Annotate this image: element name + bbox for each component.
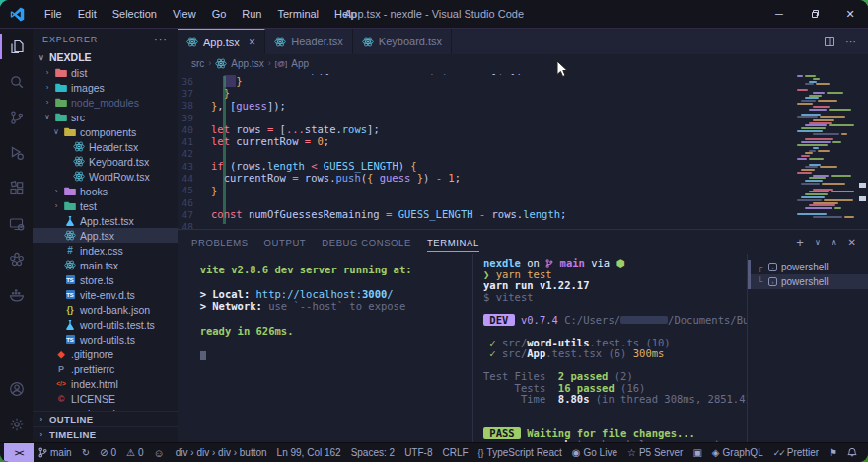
panel-tab-problems[interactable]: PROBLEMS	[191, 232, 249, 252]
activity-extensions-icon[interactable]	[0, 171, 33, 206]
file-tree-item-hooks[interactable]: ›hooks	[33, 184, 178, 198]
close-tab-icon[interactable]: ✕	[249, 38, 256, 47]
file-label: components	[80, 126, 136, 138]
remote-indicator[interactable]: ><	[4, 443, 34, 462]
status-prettier[interactable]: ✓✓Prettier	[768, 447, 824, 458]
file-tree-item-word-bank-json[interactable]: {}word-bank.json	[33, 302, 178, 317]
breadcrumb-item-app-tsx[interactable]: App.tsx	[231, 58, 263, 69]
activity-live-server-icon[interactable]	[0, 206, 33, 242]
file-label: node_modules	[71, 97, 139, 109]
file-tree-item-app-tsx[interactable]: App.tsx	[33, 228, 178, 243]
tab-app-tsx[interactable]: App.tsx✕	[178, 29, 265, 54]
activity-settings-icon[interactable]	[0, 407, 33, 442]
status-indentation[interactable]: Spaces: 2	[346, 447, 399, 458]
file-tree-item-node-modules[interactable]: ›node_modules	[33, 95, 178, 110]
file-tree-item-word-utils-ts[interactable]: TSword-utils.ts	[33, 332, 178, 346]
minimap[interactable]	[797, 75, 854, 223]
code-editor[interactable]: rows.push({ guess: guess, state: result …	[178, 72, 868, 229]
activity-testing-icon[interactable]	[0, 242, 33, 277]
status-feedback-smiley[interactable]: ☺	[149, 447, 170, 459]
breadcrumb-item-src[interactable]: src	[191, 58, 204, 69]
status-notifications[interactable]	[842, 447, 862, 458]
status-encoding[interactable]: UTF-8	[399, 447, 437, 458]
file-tree-item-src[interactable]: ∨src	[33, 110, 178, 124]
file-tree-item-word-utils-test-ts[interactable]: word-utils.test.ts	[33, 317, 178, 332]
activity-docker-icon[interactable]	[0, 277, 33, 313]
editor-more-actions-icon[interactable]: ···	[845, 36, 856, 47]
status-language-mode[interactable]: {}TypeScript React	[473, 447, 567, 458]
react-icon	[215, 58, 227, 69]
panel-tab-output[interactable]: OUTPUT	[264, 232, 307, 252]
file-tree-item-test[interactable]: ›test	[33, 198, 178, 213]
minimize-button[interactable]: ─	[761, 0, 797, 28]
activity-source-control-icon[interactable]	[0, 100, 33, 135]
status-go-live[interactable]: ◉Go Live	[567, 447, 622, 458]
terminal-vitest[interactable]: nexdle on main via ⬢❯ yarn testyarn run …	[473, 254, 748, 442]
terminal-list-item-1[interactable]: ┌›powershell	[748, 260, 868, 274]
tab-keyboard-tsx[interactable]: Keyboard.tsx	[353, 29, 452, 54]
activity-run-and-debug-icon[interactable]	[0, 135, 33, 171]
file-tree-item-index-css[interactable]: #index.css	[33, 243, 178, 258]
menu-selection[interactable]: Selection	[105, 5, 165, 23]
status-survey-flag[interactable]: ⚑	[824, 447, 842, 458]
activity-search-icon[interactable]	[0, 64, 33, 100]
restore-button[interactable]	[797, 0, 832, 28]
activity-explorer-icon[interactable]	[0, 29, 33, 64]
flask-icon	[64, 215, 76, 226]
menu-view[interactable]: View	[165, 5, 204, 23]
status-sync[interactable]: ↻	[77, 447, 95, 458]
file-tree-item-index-html[interactable]: </>index.html	[33, 376, 178, 391]
file-tree-item-vite-env-d-ts[interactable]: TSvite-env.d.ts	[33, 287, 178, 302]
editor-scrollbar[interactable]	[858, 72, 866, 229]
file-tree-item--gitignore[interactable]: ◆.gitignore	[33, 346, 178, 361]
panel-tab-terminal[interactable]: TERMINAL	[427, 232, 479, 252]
status-git-branch[interactable]: main	[34, 447, 77, 458]
code-line-39: 39	[178, 112, 868, 123]
folder-icon	[55, 97, 67, 108]
new-terminal-icon[interactable]: +	[796, 235, 804, 250]
menu-run[interactable]: Run	[234, 5, 269, 23]
explorer-root-folder[interactable]: ∨ NEXDLE	[33, 49, 178, 65]
sidebar-section-timeline[interactable]: ›TIMELINE	[33, 426, 178, 442]
status-graphql[interactable]: ◈GraphQL	[707, 447, 768, 458]
menu-go[interactable]: Go	[204, 5, 235, 23]
file-label: main.tsx	[80, 260, 118, 271]
file-tree-item-images[interactable]: ›images	[33, 80, 178, 95]
status-warnings[interactable]: ⚠0	[121, 447, 149, 458]
status-errors[interactable]: ⊘0	[95, 447, 121, 458]
split-editor-icon[interactable]	[824, 36, 835, 47]
status-cursor-position[interactable]: Ln 99, Col 162	[272, 447, 346, 458]
file-tree-item--prettierrc[interactable]: P.prettierrc	[33, 361, 178, 376]
terminal-line	[187, 313, 472, 325]
status-p5-server[interactable]: ☆P5 Server	[622, 447, 687, 458]
terminal-list-item-2[interactable]: └›powershell	[748, 274, 868, 289]
explorer-more-actions-icon[interactable]: ···	[154, 34, 168, 45]
menu-terminal[interactable]: Terminal	[270, 5, 327, 23]
close-button[interactable]: ✕	[832, 0, 868, 28]
status-eol[interactable]: CRLF	[437, 447, 472, 458]
activity-accounts-icon[interactable]	[0, 371, 33, 407]
breadcrumb-item-app[interactable]: App	[291, 58, 309, 69]
panel-tab-debug-console[interactable]: DEBUG CONSOLE	[322, 232, 411, 252]
status-browser-preview[interactable]: ▣	[687, 447, 706, 458]
close-panel-icon[interactable]: ✕	[848, 237, 856, 248]
file-tree-item-store-ts[interactable]: TSstore.ts	[33, 272, 178, 287]
file-tree-item-header-tsx[interactable]: Header.tsx	[33, 139, 178, 154]
menu-edit[interactable]: Edit	[70, 5, 105, 23]
terminal-dropdown-icon[interactable]: ∨	[815, 238, 821, 247]
tab-header-tsx[interactable]: Header.tsx	[265, 29, 353, 54]
file-tree-item-components[interactable]: ∨components	[33, 124, 178, 139]
file-tree-item-main-tsx[interactable]: main.tsx	[33, 258, 178, 272]
maximize-panel-icon[interactable]: ∧	[832, 238, 837, 247]
file-tree-item-wordrow-tsx[interactable]: WordRow.tsx	[33, 169, 178, 184]
terminal-vite-dev-server[interactable]: vite v2.8.6 dev server running at: > Loc…	[178, 254, 473, 442]
file-tree-item-dist[interactable]: ›dist	[33, 65, 178, 80]
status-dom-path[interactable]: div › div › div › button	[171, 447, 272, 458]
file-tree-item-keyboard-tsx[interactable]: Keyboard.tsx	[33, 154, 178, 169]
file-tree-item-app-test-tsx[interactable]: App.test.tsx	[33, 213, 178, 228]
sidebar-section-outline[interactable]: ›OUTLINE	[33, 411, 178, 426]
menu-file[interactable]: File	[36, 5, 70, 23]
file-tree-item-license[interactable]: ©LICENSE	[33, 391, 178, 406]
code-text: currentRow = rows.push({ guess }) - 1;	[211, 172, 461, 184]
file-label: vite-env.d.ts	[80, 289, 135, 301]
